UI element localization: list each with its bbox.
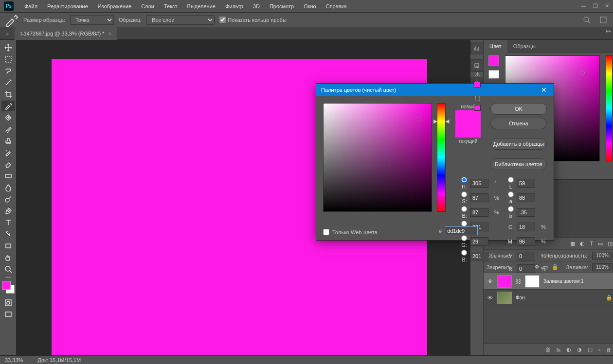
menu-edit[interactable]: Редактирование	[42, 3, 93, 9]
wand-tool[interactable]	[1, 77, 15, 88]
hand-tool[interactable]	[1, 252, 15, 263]
l-input[interactable]	[517, 179, 535, 188]
color-libraries-button[interactable]: Библиотеки цветов	[490, 158, 547, 170]
doc-size-status[interactable]: Док: 15,1M/15,1M	[37, 357, 81, 363]
gradient-tool[interactable]	[1, 171, 15, 181]
healing-tool[interactable]	[1, 112, 15, 123]
filter-shape-icon[interactable]: ▭	[598, 241, 603, 247]
path-tool[interactable]	[1, 229, 15, 240]
r-radio[interactable]	[461, 221, 467, 226]
crop-tool[interactable]	[1, 89, 15, 100]
panel-fg-swatch[interactable]	[488, 55, 499, 66]
filter-adjust-icon[interactable]: ◐	[580, 241, 585, 247]
menu-file[interactable]: Файл	[19, 3, 42, 9]
websafe-swatch[interactable]	[474, 105, 481, 111]
fx-icon[interactable]: fx	[557, 347, 561, 353]
search-icon[interactable]	[581, 14, 593, 26]
trash-icon[interactable]: 🗑	[606, 347, 612, 353]
pen-tool[interactable]	[1, 206, 15, 216]
menu-window[interactable]: Окно	[299, 3, 321, 9]
menu-layers[interactable]: Слои	[136, 3, 159, 9]
dialog-titlebar[interactable]: Палитра цветов (чистый цвет) ✕	[316, 84, 554, 96]
bval-input[interactable]	[470, 208, 488, 217]
gamut-fix-swatch[interactable]	[474, 82, 481, 87]
adjustment-icon[interactable]: ◑	[577, 347, 582, 353]
dock-histogram-icon[interactable]	[470, 42, 483, 54]
websafe-icon[interactable]: ⬚	[474, 94, 481, 101]
lab-b-input[interactable]	[517, 208, 535, 217]
h-radio[interactable]	[461, 177, 467, 183]
show-ring-checkbox[interactable]: Показать кольцо пробы	[219, 17, 287, 23]
eyedropper-tool[interactable]	[1, 101, 15, 111]
b-radio[interactable]	[461, 206, 467, 212]
foreground-color-swatch[interactable]	[2, 281, 11, 290]
menu-view[interactable]: Просмотр	[265, 3, 299, 9]
blue-input[interactable]	[470, 252, 488, 260]
tab-color[interactable]: Цвет	[484, 40, 507, 52]
screenmode-tool[interactable]	[1, 309, 15, 320]
a-radio[interactable]	[508, 191, 514, 197]
quickmask-tool[interactable]	[1, 297, 15, 308]
gamut-warning-icon[interactable]: ⚠	[474, 71, 481, 78]
dialog-close-icon[interactable]: ✕	[539, 86, 549, 94]
picker-color-field[interactable]	[323, 103, 432, 212]
cancel-button[interactable]: Отмена	[490, 118, 547, 129]
panel-bg-swatch[interactable]	[488, 70, 499, 79]
brush-tool[interactable]	[1, 124, 15, 135]
tab-swatches[interactable]: Образцы	[507, 40, 541, 52]
k-input[interactable]	[517, 264, 535, 273]
layer-row[interactable]: 👁 Фон 🔒	[484, 290, 613, 306]
dodge-tool[interactable]	[1, 194, 15, 205]
menu-filter[interactable]: Фильтр	[220, 3, 248, 9]
filter-type-icon[interactable]: T	[590, 241, 593, 247]
maximize-icon[interactable]: ❐	[593, 3, 598, 9]
move-tool[interactable]	[1, 42, 15, 53]
stamp-tool[interactable]	[1, 136, 15, 146]
m-input[interactable]	[517, 237, 535, 246]
marquee-tool[interactable]	[1, 54, 15, 65]
panel-hue-slider[interactable]	[606, 55, 613, 161]
hex-input[interactable]	[445, 226, 478, 235]
blur-tool[interactable]	[1, 182, 15, 193]
add-swatch-button[interactable]: Добавить в образцы	[490, 138, 547, 150]
l-radio[interactable]	[508, 177, 514, 183]
rectangle-tool[interactable]	[1, 241, 15, 251]
tool-overflow[interactable]: •••	[1, 276, 15, 278]
menu-image[interactable]: Изображение	[93, 3, 136, 9]
lasso-tool[interactable]	[1, 66, 15, 76]
s-radio[interactable]	[461, 191, 467, 197]
frame-icon[interactable]	[597, 14, 609, 26]
filter-smart-icon[interactable]: ◳	[608, 241, 613, 247]
fill-input[interactable]	[592, 263, 613, 271]
c-input[interactable]	[517, 223, 535, 231]
visibility-icon[interactable]: 👁	[487, 295, 493, 301]
minimize-icon[interactable]: —	[581, 3, 586, 9]
filter-image-icon[interactable]: ▦	[570, 241, 575, 247]
menu-select[interactable]: Выделение	[182, 3, 220, 9]
type-tool[interactable]	[1, 217, 15, 228]
new-current-swatch[interactable]	[455, 110, 481, 138]
group-icon[interactable]: ▢	[588, 347, 593, 353]
picker-hue-slider[interactable]: ▶◀	[437, 103, 446, 212]
layer-thumb[interactable]	[497, 292, 512, 304]
blue-radio[interactable]	[461, 250, 467, 256]
g-radio[interactable]	[461, 235, 467, 241]
a-input[interactable]	[517, 193, 535, 202]
link-layers-icon[interactable]: ⛓	[545, 347, 551, 353]
zoom-tool[interactable]	[1, 264, 15, 275]
opacity-input[interactable]	[592, 252, 613, 260]
document-tab[interactable]: t-1472687.jpg @ 33,3% (RGB/8#) * ×	[15, 27, 117, 40]
s-input[interactable]	[470, 193, 488, 202]
g-input[interactable]	[470, 237, 488, 246]
zoom-status[interactable]: 33,33%	[5, 357, 23, 363]
sample-size-select[interactable]: Точка	[70, 15, 114, 25]
tab-close-icon[interactable]: ×	[108, 31, 111, 36]
mask-icon[interactable]: ◐	[566, 347, 571, 353]
sample-target-select[interactable]: Все слои	[146, 15, 215, 25]
menu-3d[interactable]: 3D	[248, 3, 265, 9]
web-only-checkbox[interactable]: Только Web-цвета	[323, 229, 378, 235]
close-icon[interactable]: ✕	[605, 3, 609, 9]
expand-icon[interactable]: ▸▸	[606, 28, 611, 34]
y-input[interactable]	[517, 252, 535, 260]
menu-text[interactable]: Текст	[159, 3, 182, 9]
